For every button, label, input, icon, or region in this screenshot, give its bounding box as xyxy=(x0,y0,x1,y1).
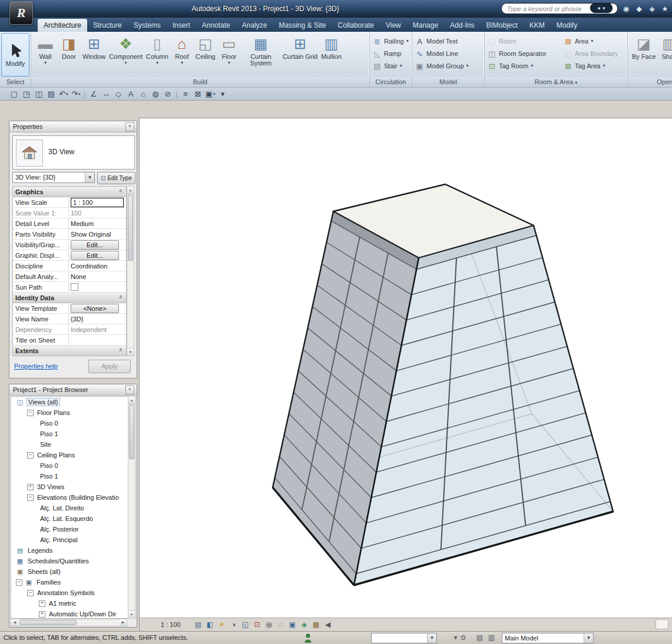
tree-expander-icon[interactable] xyxy=(27,410,34,416)
detail-level-icon[interactable]: ▤ xyxy=(193,620,203,629)
tree-item[interactable]: 3D Views xyxy=(11,482,135,492)
favorites-star-icon[interactable]: ★ xyxy=(660,5,670,13)
search-binoculars-icon[interactable]: ◉ xyxy=(621,5,631,13)
qat-button[interactable]: A ▾ xyxy=(125,89,137,99)
ribbon-tab[interactable]: Systems xyxy=(128,19,167,32)
tree-item[interactable]: ▦ Schedules/Quantities xyxy=(11,556,135,566)
property-row[interactable]: Sun Path ∧ xyxy=(13,282,126,293)
scrollbar-thumb[interactable] xyxy=(19,620,77,625)
tree-item[interactable]: Piso 0 xyxy=(11,418,135,429)
ribbon-button[interactable]: ▯ Column ▾ xyxy=(144,34,170,65)
qat-button[interactable]: ↷ ▾ xyxy=(70,89,82,99)
chevron-down-icon[interactable]: ▼ xyxy=(85,172,94,182)
close-icon[interactable]: × xyxy=(125,386,134,394)
tree-expander-icon[interactable] xyxy=(27,590,34,596)
ribbon-button[interactable]: ▬ Wall ▾ xyxy=(34,34,57,65)
qat-button[interactable]: ▣ ▾ xyxy=(204,89,216,99)
ribbon-tab[interactable]: Modify xyxy=(551,19,583,32)
tree-expander-icon[interactable] xyxy=(27,484,34,490)
qat-button[interactable]: | ▾ xyxy=(82,89,87,99)
tree-expander-icon[interactable] xyxy=(27,494,34,501)
application-menu-button[interactable]: R xyxy=(9,1,33,25)
ribbon-tab[interactable]: Collaborate xyxy=(332,19,380,32)
modify-button[interactable]: Modify xyxy=(1,33,29,77)
tree-expander-icon[interactable] xyxy=(16,579,22,586)
ribbon-button[interactable]: ≣ Railing ▾ xyxy=(373,36,412,46)
tree-expander-icon[interactable] xyxy=(27,452,34,459)
property-row[interactable]: Extents ∧ xyxy=(13,346,126,356)
qat-button[interactable]: ⊠ ▾ xyxy=(192,89,204,99)
tree-item[interactable]: Alç. Posterior xyxy=(11,524,135,535)
scroll-up-icon[interactable]: ▲ xyxy=(127,187,134,194)
ribbon-button[interactable]: ⊠ Area ▾ xyxy=(564,36,618,46)
close-icon[interactable]: × xyxy=(125,122,134,131)
property-row[interactable]: Title on Sheet ∧ xyxy=(13,335,126,346)
drawing-area[interactable]: 1 : 100 ▤ ◧ ☀ ◑ ◱ ⊡ ◎ ◌ xyxy=(139,118,672,631)
collapse-chevron-icon[interactable]: ∧ xyxy=(118,347,123,353)
view-scale-control[interactable]: 1 : 100 xyxy=(161,621,191,628)
tree-item[interactable]: Alç. Lat. Esquerdo xyxy=(11,513,135,524)
tree-item[interactable]: Alç. Principal xyxy=(11,535,135,545)
tree-item[interactable]: ▣ Sheets (all) xyxy=(11,566,135,577)
editable-only-icon[interactable]: ▤ xyxy=(475,633,485,643)
property-row[interactable]: Detail Level Medium ∧ xyxy=(13,218,126,229)
ribbon-tab[interactable]: Insert xyxy=(167,19,196,32)
selection-filter[interactable]: ▼ :0 xyxy=(452,634,465,641)
ribbon-button[interactable]: ▣ Model Group ▾ xyxy=(415,61,484,71)
sun-path-icon[interactable]: ☀ xyxy=(217,620,227,629)
tree-expander-icon[interactable] xyxy=(39,600,45,607)
analytical-model-icon[interactable]: ◈ xyxy=(299,620,309,629)
crop-view-icon[interactable]: ◱ xyxy=(240,620,250,629)
communication-center-icon[interactable]: ◆ xyxy=(634,5,644,13)
property-row[interactable]: Visibility/Grap... Edit... ∧ xyxy=(13,240,126,250)
chevron-down-icon[interactable]: ▼ xyxy=(427,633,436,643)
ribbon-button[interactable]: ❖ Component ▾ xyxy=(107,34,144,65)
qat-button[interactable]: ▾ ▾ xyxy=(217,89,229,99)
design-options-dropdown[interactable]: Main Model ▼ xyxy=(502,633,594,643)
scrollbar-thumb[interactable] xyxy=(128,195,133,261)
ribbon-button[interactable]: ◺ Ramp ▾ xyxy=(373,49,412,58)
tree-item[interactable]: Piso 0 xyxy=(11,460,135,471)
property-row[interactable]: Graphics ∧ xyxy=(13,187,126,197)
ribbon-button[interactable]: ◫ Room Separator ▾ xyxy=(488,49,560,58)
properties-header[interactable]: Properties × xyxy=(9,121,137,132)
properties-scrollbar[interactable]: ▲ ▼ xyxy=(127,186,134,356)
ribbon-button[interactable]: ◪ By Face ▾ xyxy=(630,34,657,60)
ribbon-tab[interactable]: Analyze xyxy=(236,19,273,32)
collapse-chevron-icon[interactable]: ∧ xyxy=(118,294,123,300)
property-row[interactable]: View Name {3D} ∧ xyxy=(13,314,126,324)
scroll-down-icon[interactable]: ▼ xyxy=(127,348,134,356)
ribbon-tab[interactable]: View xyxy=(380,19,407,32)
ribbon-button[interactable]: ▦ Curtain System ▾ xyxy=(241,34,281,67)
tree-item[interactable]: Site xyxy=(11,439,135,450)
qat-button[interactable]: ◳ ▾ xyxy=(21,89,32,99)
qat-button[interactable]: ▢ ▾ xyxy=(8,89,20,99)
instance-selector[interactable]: 3D View: {3D} ▼ xyxy=(12,172,95,183)
temporary-hide-isolate-icon[interactable]: ◎ xyxy=(264,620,274,629)
ribbon-tab[interactable]: Structure xyxy=(87,19,128,32)
qat-button[interactable]: | ▾ xyxy=(174,89,179,99)
ribbon-tab[interactable]: Add-Ins xyxy=(444,19,480,32)
apply-button[interactable]: Apply xyxy=(88,360,131,373)
scrollbar-thumb[interactable] xyxy=(129,405,134,459)
tree-item[interactable]: Ceiling Plans xyxy=(11,450,135,460)
tree-item[interactable]: ▤ Legends xyxy=(11,545,135,556)
qat-button[interactable]: ◇ ▾ xyxy=(112,89,124,99)
tree-item[interactable]: ◫ Views (all) xyxy=(11,397,135,407)
property-row[interactable]: Graphic Displ... Edit... ∧ xyxy=(13,250,126,261)
tree-item[interactable]: Piso 1 xyxy=(11,471,135,482)
exclude-options-icon[interactable]: ▥ xyxy=(486,633,496,643)
collapse-chevron-icon[interactable]: ∧ xyxy=(118,188,123,194)
sign-in-icon[interactable]: ◈ xyxy=(647,5,657,13)
ribbon-button[interactable]: ▥ Mullion ▾ xyxy=(319,34,343,60)
property-row[interactable]: Identity Data ∧ xyxy=(13,293,126,303)
property-row[interactable]: View Scale 1 : 100 ∧ xyxy=(13,197,126,208)
qat-button[interactable]: ⊘ ▾ xyxy=(162,89,174,99)
qat-button[interactable]: ▤ ▾ xyxy=(45,89,57,99)
show-crop-region-icon[interactable]: ⊡ xyxy=(252,620,262,629)
ribbon-button[interactable]: ∿ Model Line ▾ xyxy=(415,49,484,58)
ribbon-button[interactable]: ◱ Ceiling ▾ xyxy=(194,34,217,60)
browser-vertical-scrollbar[interactable]: ▲ ▼ xyxy=(128,396,135,619)
browser-horizontal-scrollbar[interactable]: ◀ ▶ xyxy=(11,619,127,626)
qat-button[interactable]: ◫ ▾ xyxy=(33,89,45,99)
